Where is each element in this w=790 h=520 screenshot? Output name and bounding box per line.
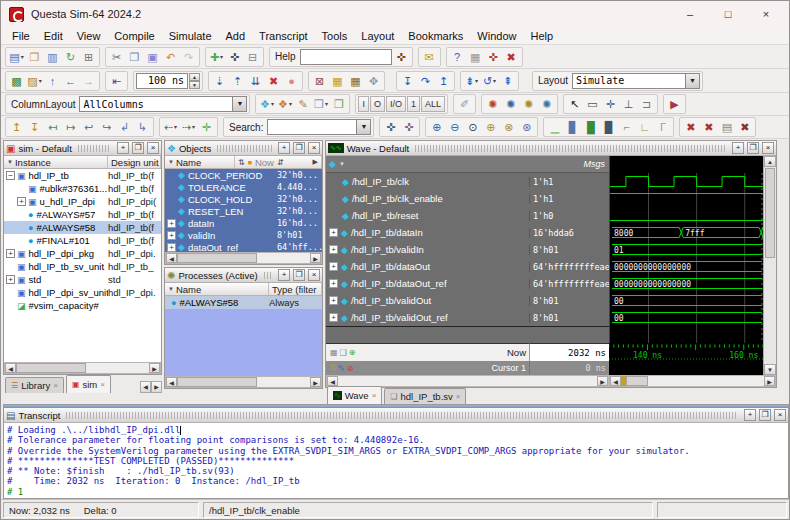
scroll-left-icon[interactable]: ◀ — [166, 377, 177, 387]
two-cursor-mode-icon[interactable]: ⊥ — [620, 96, 637, 112]
add-log-icon[interactable]: ✎ — [294, 96, 311, 112]
panel-expand-button[interactable]: + — [278, 142, 290, 154]
scroll-right-icon[interactable]: ▶ — [149, 363, 160, 373]
expand-icon[interactable]: + — [329, 296, 338, 305]
column-header-name[interactable]: ▼Name — [165, 156, 235, 168]
reload-icon[interactable]: ↻ — [62, 49, 79, 65]
gear-warn-icon[interactable]: ✺ — [520, 96, 537, 112]
wave-compare-full-icon[interactable]: ▊ — [564, 119, 581, 135]
copy-icon[interactable]: ❐ — [126, 49, 143, 65]
port-filter-button-o[interactable]: O — [370, 96, 385, 112]
transcript-prompt[interactable]: # 1 — [7, 487, 788, 497]
find-icon[interactable]: ✜ — [226, 49, 243, 65]
stop-icon[interactable]: ● — [283, 73, 300, 89]
gear-run-icon[interactable]: ✺ — [538, 96, 555, 112]
redo-icon[interactable]: ↷ — [180, 49, 197, 65]
expand-icon[interactable]: + — [329, 245, 338, 254]
wave-signal-row[interactable]: ◆/hdl_IP_tb/clk1'h1 — [326, 173, 609, 190]
filter-icon[interactable]: ▼ — [7, 159, 13, 165]
object-row-validin[interactable]: +◆validIn8'h01 — [165, 229, 322, 241]
wave-dark-icon[interactable]: ▉ — [600, 119, 617, 135]
wave-signal-row[interactable]: +◆/hdl_IP_tb/validOut_ref8'h01 — [326, 309, 609, 326]
menu-bookmarks[interactable]: Bookmarks — [401, 29, 470, 43]
wave-vscrollbar[interactable]: ▲ ▼ — [763, 156, 776, 375]
menu-compile[interactable]: Compile — [107, 29, 161, 43]
scroll-down-icon[interactable]: ▼ — [764, 364, 776, 375]
transcript-log[interactable]: # Loading .\../libhdl_IP_dpi.dll# Tolera… — [4, 423, 788, 498]
prev-transition-icon[interactable]: ↤ — [44, 119, 61, 135]
find-in-files-icon[interactable]: ✜ — [485, 49, 502, 65]
tree-row-final101[interactable]: ●#FINAL#101hdl_IP_tb(f — [4, 234, 161, 247]
panel-expand-button[interactable]: + — [732, 142, 744, 154]
object-row-clock_hold[interactable]: ◆CLOCK_HOLD32'h0... — [165, 193, 322, 205]
add-dataflow-icon[interactable]: ❒▾ — [312, 96, 329, 112]
tab-scroll-left-icon[interactable]: ◀ — [140, 381, 151, 393]
port-filter-button-1[interactable]: 1 — [407, 96, 420, 112]
search-combo[interactable]: ▼ — [267, 119, 371, 135]
header-expand-icon[interactable]: ▶ — [313, 158, 318, 166]
msgs-column-header[interactable]: Msgs — [583, 159, 605, 169]
report-icon[interactable]: ▤ — [718, 119, 735, 135]
object-row-datain[interactable]: +◆dataIn16'hd... — [165, 217, 322, 229]
add-wave-icon[interactable]: ❖▾ — [258, 96, 275, 112]
wave-signal-row[interactable]: ◆/hdl_IP_tb/reset1'h0 — [326, 207, 609, 224]
step-over-icon[interactable]: ↷ — [417, 73, 434, 89]
panel-close-button[interactable]: × — [308, 142, 320, 154]
help-input[interactable] — [300, 49, 392, 65]
contains-icon[interactable]: ■ — [248, 159, 252, 166]
zoom-out-icon[interactable]: ⊖ — [446, 119, 463, 135]
menu-help[interactable]: Help — [523, 29, 560, 43]
tree-row-vsimcapacity[interactable]: ◪#vsim_capacity# — [4, 299, 161, 312]
capacity-icon[interactable]: ✥ — [365, 73, 382, 89]
port-filter-button-i-o[interactable]: I/O — [386, 96, 406, 112]
run-length-input[interactable] — [136, 73, 188, 89]
simulate-icon[interactable]: ▨▾ — [26, 73, 43, 89]
menu-window[interactable]: Window — [470, 29, 523, 43]
column-header-instance[interactable]: ▼Instance — [4, 156, 108, 168]
dropdown-arrow-icon[interactable]: ▾ — [475, 73, 478, 89]
scroll-right-icon[interactable]: ▶ — [764, 376, 775, 386]
object-row-tolerance[interactable]: ◆TOLERANCE4.440... — [165, 181, 322, 193]
object-row-clock_period[interactable]: ◆CLOCK_PERIOD32'h0... — [165, 169, 322, 181]
edit-mode-icon[interactable]: ⊐ — [638, 96, 655, 112]
search-prev-icon[interactable]: ✜ — [400, 119, 417, 135]
collapse-icon[interactable]: − — [6, 171, 15, 180]
menu-view[interactable]: View — [70, 29, 108, 43]
wave-green-icon[interactable]: █ — [582, 119, 599, 135]
minimize-button[interactable]: – — [683, 8, 697, 20]
dropdown-arrow-icon[interactable]: ▾ — [289, 96, 292, 112]
tab-close-icon[interactable]: × — [372, 391, 377, 400]
step-out-icon[interactable]: ↥ — [435, 73, 452, 89]
menu-transcript[interactable]: Transcript — [252, 29, 315, 43]
columnlayout-combo[interactable]: AllColumns ▼ — [79, 96, 247, 112]
expand-icon[interactable]: + — [329, 313, 338, 322]
timeline-props-icon[interactable]: ▦ — [330, 348, 338, 357]
panel-grip[interactable] — [217, 145, 272, 152]
expand-right-icon[interactable]: ⇢▾ — [180, 119, 197, 135]
help-search-icon[interactable]: ✜ — [393, 49, 410, 65]
step-return-icon[interactable]: ⇞ — [499, 73, 516, 89]
performance-icon[interactable]: ▦ — [329, 73, 346, 89]
next-edge-icon[interactable]: ↪ — [98, 119, 115, 135]
zoom-others-icon[interactable]: ⊛ — [518, 119, 535, 135]
run-continue-icon[interactable]: ⇡ — [229, 73, 246, 89]
tab-hdliptbsv[interactable]: ❏hdl_IP_tb.sv× — [384, 388, 466, 404]
edge-high-icon[interactable]: ∟ — [636, 119, 653, 135]
wave-select-icon[interactable]: ◆ — [329, 159, 336, 169]
panel-undock-button[interactable]: ❐ — [747, 142, 759, 154]
lock-icon[interactable]: ⚿ — [330, 363, 336, 373]
column-header-type[interactable]: Type (filter — [269, 283, 322, 295]
next-fall-icon[interactable]: ↳ — [134, 119, 151, 135]
panel-undock-button[interactable]: ❐ — [132, 142, 144, 154]
compile-icon[interactable]: ▩ — [8, 73, 25, 89]
wave-signal-row[interactable]: +◆/hdl_IP_tb/validOut8'h01 — [326, 292, 609, 309]
timeline-ruler[interactable]: 140 ns160 ns — [609, 343, 763, 361]
object-row-reset_len[interactable]: ◆RESET_LEN32'h0... — [165, 205, 322, 217]
expand-left-icon[interactable]: ⇠▾ — [162, 119, 179, 135]
edge-any-icon[interactable]: Γ — [654, 119, 671, 135]
gear-add-icon[interactable]: ✺ — [502, 96, 519, 112]
scroll-left-icon[interactable]: ◀ — [166, 253, 177, 263]
tab-close-icon[interactable]: × — [100, 380, 105, 389]
select-mode-icon[interactable]: ↖ — [566, 96, 583, 112]
timeline-comment-icon[interactable]: ❑ — [340, 348, 347, 357]
